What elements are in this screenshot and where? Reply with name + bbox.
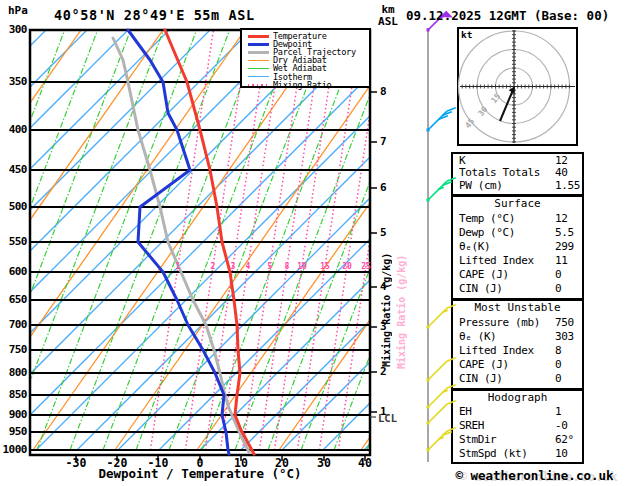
mixing-ratio-axis-label: Mixing Ratio (g/kg) (381, 237, 392, 367)
temp-tick-label: 10 (221, 456, 261, 470)
km-tick-label: 1 (380, 405, 387, 418)
altitude-axis-unit-asl: ASL (372, 15, 404, 28)
km-tick-label: 5 (380, 226, 387, 239)
temp-tick-label: -10 (138, 456, 178, 470)
pressure-tick-label: 750 (0, 343, 27, 356)
pressure-tick-label: 800 (0, 366, 27, 379)
km-tick-label: 8 (380, 85, 387, 98)
mixing-ratio-value: 15 (320, 262, 330, 271)
pressure-tick-label: 1000 (0, 443, 27, 456)
mixing-ratio-value: 3 (231, 262, 236, 271)
pressure-tick-label: 950 (0, 425, 27, 438)
km-tick-label: 3 (380, 320, 387, 333)
pressure-tick-label: 700 (0, 318, 27, 331)
temp-tick-label: 0 (180, 456, 220, 470)
datetime-label: 09.12.2025 12GMT (Base: 00) (406, 8, 609, 23)
temp-tick-label: 40 (345, 456, 385, 470)
km-tick-label: 2 (380, 365, 387, 378)
pressure-tick-label: 650 (0, 293, 27, 306)
wind-barb (427, 385, 456, 409)
pressure-tick-label: 550 (0, 235, 27, 248)
copyright: © weatheronline.co.uk (440, 468, 629, 483)
pressure-tick-label: 350 (0, 75, 27, 88)
mixing-ratio-value: 25 (361, 262, 371, 271)
skewt-chart: hPa 40°58'N 28°49'E 55m ASL km ASL 09.12… (0, 0, 629, 486)
pressure-tick-label: 450 (0, 163, 27, 176)
mixing-ratio-value: 8 (285, 262, 290, 271)
km-tick-label: 7 (380, 135, 387, 148)
mixing-ratio-value: 4 (246, 262, 251, 271)
temp-tick-label: -30 (56, 456, 96, 470)
hodograph-and-barbs (0, 0, 629, 486)
pressure-tick-label: 300 (0, 23, 27, 36)
pressure-tick-label: 850 (0, 388, 27, 401)
pressure-axis-unit: hPa (8, 4, 28, 17)
pressure-tick-label: 600 (0, 265, 27, 278)
pressure-tick-label: 400 (0, 123, 27, 136)
km-tick-label: 6 (380, 181, 387, 194)
wind-barb (427, 305, 456, 329)
temp-tick-label: 30 (304, 456, 344, 470)
pressure-tick-label: 500 (0, 200, 27, 213)
mixing-ratio-value: 20 (342, 262, 352, 271)
temp-tick-label: -20 (97, 456, 137, 470)
mixing-ratio-axis-label-ghost: Mixing Ratio (g/kg) (396, 239, 407, 369)
mixing-ratio-value: 1 (176, 262, 181, 271)
mixing-ratio-value: 2 (211, 262, 216, 271)
mixing-ratio-value: 5 (268, 262, 273, 271)
mixing-ratio-value: 10 (297, 262, 307, 271)
wind-barb (427, 108, 456, 132)
wind-barb (427, 428, 456, 452)
wind-barb (427, 358, 456, 382)
pressure-tick-label: 900 (0, 408, 27, 421)
temp-tick-label: 20 (262, 456, 302, 470)
hodograph-unit-label: kt (461, 29, 472, 40)
km-tick-label: 4 (380, 280, 387, 293)
wind-barb (427, 178, 456, 202)
page-title: 40°58'N 28°49'E 55m ASL (54, 7, 255, 23)
